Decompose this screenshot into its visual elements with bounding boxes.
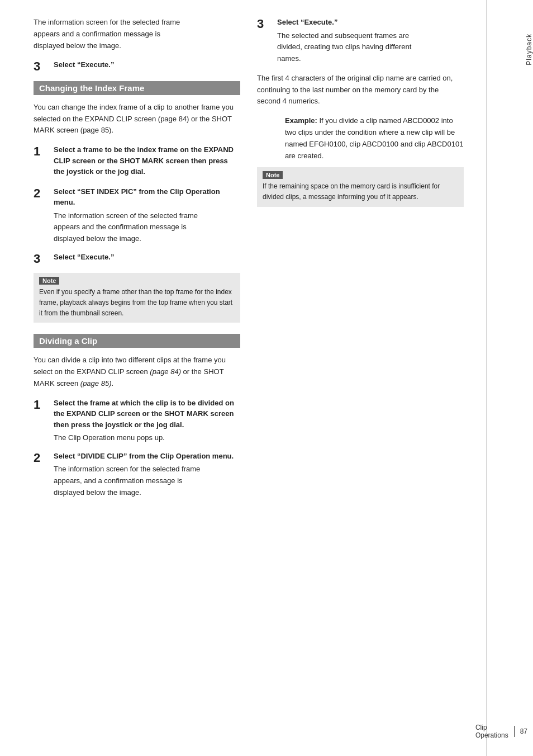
top-step3-content: Select “Execute.” <box>54 59 240 73</box>
top-step3-title: Select “Execute.” <box>54 59 240 70</box>
section1-step3: 3 Select “Execute.” <box>34 252 240 266</box>
top-step3: 3 Select “Execute.” <box>34 59 240 74</box>
intro-text: The information screen for the selected … <box>34 17 240 51</box>
section2-step2-number: 2 <box>34 451 49 465</box>
section2-step2-desc: The information screen for the selected … <box>54 464 240 498</box>
section2-step1: 1 Select the frame at which the clip is … <box>34 398 240 444</box>
right-column: 3 Select “Execute.” The selected and sub… <box>257 17 464 505</box>
section1-step1: 1 Select a frame to be the index frame o… <box>34 144 240 179</box>
right-step3-title: Select “Execute.” <box>277 17 464 28</box>
section1-step2: 2 Select “SET INDEX PIC” from the Clip O… <box>34 186 240 245</box>
bottom-right: Clip Operations 87 <box>475 724 527 739</box>
right-note-label: Note <box>263 171 283 179</box>
section1-note-box: Note Even if you specify a frame other t… <box>34 273 240 323</box>
section2-title: Dividing a Clip <box>39 336 97 346</box>
right-note-box: Note If the remaining space on the memor… <box>257 167 464 206</box>
section2-step2: 2 Select “DIVIDE CLIP” from the Clip Ope… <box>34 451 240 499</box>
section1-step3-title: Select “Execute.” <box>54 252 240 263</box>
right-sidebar: Playback Clip Operations 87 <box>486 0 533 756</box>
page-divider <box>514 726 515 737</box>
section1-step2-title: Select “SET INDEX PIC” from the Clip Ope… <box>54 186 240 208</box>
section1-intro: You can change the index frame of a clip… <box>34 102 240 136</box>
first-chars-text: The first 4 characters of the original c… <box>257 73 464 107</box>
left-column: The information screen for the selected … <box>34 17 240 505</box>
two-column-layout: The information screen for the selected … <box>34 17 464 505</box>
section2-step1-number: 1 <box>34 398 49 412</box>
section2-step1-title: Select the frame at which the clip is to… <box>54 398 240 431</box>
right-step3: 3 Select “Execute.” The selected and sub… <box>257 17 464 65</box>
section2-header: Dividing a Clip <box>34 334 240 348</box>
intro-line1: The information screen for the selected … <box>34 18 180 26</box>
section1-step1-number: 1 <box>34 144 49 159</box>
right-step3-content: Select “Execute.” The selected and subse… <box>277 17 464 65</box>
right-step3-desc-line3: names. <box>277 54 301 63</box>
example-label: Example: <box>285 116 317 125</box>
section1-step2-desc-line2: appears and the confirmation message is <box>54 223 187 231</box>
section1-note-label: Note <box>39 277 59 285</box>
sidebar-label: Playback <box>525 34 533 65</box>
section2-step2-desc-line2: appears, and a confirmation message is <box>54 476 183 485</box>
section2-step1-desc: The Clip Operation menu pops up. <box>54 432 240 444</box>
section1-step2-desc-line3: displayed below the image. <box>54 234 141 243</box>
section1-note-text: Even if you specify a frame other than t… <box>39 287 235 318</box>
section2-intro: You can divide a clip into two different… <box>34 355 240 389</box>
section2-step2-content: Select “DIVIDE CLIP” from the Clip Opera… <box>54 451 240 499</box>
right-note-text: If the remaining space on the memory car… <box>263 181 458 202</box>
section2-step2-desc-line1: The information screen for the selected … <box>54 465 200 473</box>
section1-step1-content: Select a frame to be the index frame on … <box>54 144 240 179</box>
main-content: The information screen for the selected … <box>0 0 486 756</box>
example-block: Example: If you divide a clip named ABCD… <box>257 115 464 162</box>
bottom-section-label: Clip Operations <box>475 724 508 739</box>
intro-line2: appears and a confirmation message is <box>34 30 160 38</box>
section1-step2-content: Select “SET INDEX PIC” from the Clip Ope… <box>54 186 240 245</box>
right-step3-desc: The selected and subsequent frames are d… <box>277 30 464 65</box>
right-step3-desc-line2: divided, creating two clips having diffe… <box>277 42 411 51</box>
section1-step3-content: Select “Execute.” <box>54 252 240 265</box>
section2-step2-title: Select “DIVIDE CLIP” from the Clip Opera… <box>54 451 240 462</box>
section2-step2-desc-line3: displayed below the image. <box>54 488 141 497</box>
section1-step2-number: 2 <box>34 186 49 201</box>
right-step3-desc-line1: The selected and subsequent frames are <box>277 31 409 40</box>
right-step3-number: 3 <box>257 17 273 31</box>
section1-header: Changing the Index Frame <box>34 81 240 95</box>
section1-title: Changing the Index Frame <box>39 83 144 93</box>
section1-step1-title: Select a frame to be the index frame on … <box>54 144 240 177</box>
section2-step1-content: Select the frame at which the clip is to… <box>54 398 240 444</box>
section1-step3-number: 3 <box>34 252 49 266</box>
intro-line3: displayed below the image. <box>34 41 121 50</box>
top-step3-number: 3 <box>34 59 49 74</box>
page-number: 87 <box>520 727 527 735</box>
section1-step2-desc-line1: The information screen of the selected f… <box>54 211 198 220</box>
section1-step2-desc: The information screen of the selected f… <box>54 210 240 245</box>
page-container: The information screen for the selected … <box>0 0 533 756</box>
